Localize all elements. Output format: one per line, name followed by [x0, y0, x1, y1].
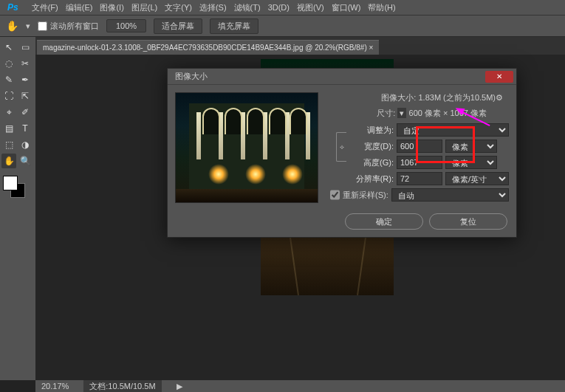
crop-tool[interactable]: ✂	[18, 56, 32, 71]
menu-file[interactable]: 文件(F)	[29, 1, 61, 15]
close-icon[interactable]: ✕	[485, 71, 513, 83]
move-tool[interactable]: ↖	[1, 40, 16, 55]
dodge-tool[interactable]: ◑	[18, 137, 32, 152]
status-bar: 20.17% 文档:10.5M/10.5M ▶	[35, 380, 565, 392]
gear-icon[interactable]: ⚙	[496, 93, 503, 102]
reset-button[interactable]: 复位	[429, 213, 507, 230]
status-doc-size[interactable]: 文档:10.5M/10.5M	[83, 380, 161, 393]
menu-window[interactable]: 窗口(W)	[329, 1, 364, 15]
menu-layer[interactable]: 图层(L)	[129, 1, 160, 15]
hand-tool[interactable]: ✋	[1, 154, 16, 168]
marquee-tool[interactable]: ▭	[18, 40, 32, 55]
menu-view[interactable]: 视图(V)	[294, 1, 327, 15]
image-size-value: 1.83M (之前为10.5M)	[418, 93, 496, 102]
menu-filter[interactable]: 滤镜(T)	[231, 1, 264, 15]
adjust-to-select[interactable]: 自定	[397, 123, 509, 137]
dialog-title: 图像大小	[175, 71, 208, 82]
menu-type[interactable]: 文字(Y)	[162, 1, 195, 15]
lasso-tool[interactable]: ◌	[1, 56, 16, 71]
zoom-tool[interactable]: 🔍	[18, 154, 32, 168]
menu-select[interactable]: 选择(S)	[196, 1, 230, 15]
menu-image[interactable]: 图像(I)	[97, 1, 126, 15]
width-input[interactable]	[397, 140, 442, 153]
resolution-label: 分辨率(R):	[326, 173, 394, 185]
brush-tool[interactable]: ✒	[18, 72, 32, 87]
dropdown-icon[interactable]: ▾	[26, 21, 30, 31]
foreground-swatch[interactable]	[3, 176, 18, 190]
pencil-tool[interactable]: ✐	[18, 105, 32, 120]
document-tabs: magazine-unlock-01-2.3.1008-_0BF29A4EC79…	[0, 37, 565, 55]
height-input[interactable]	[397, 156, 442, 169]
document-tab[interactable]: magazine-unlock-01-2.3.1008-_0BF29A4EC79…	[37, 40, 379, 55]
resample-checkbox[interactable]	[330, 188, 340, 202]
link-icon[interactable]: ⟡	[336, 132, 346, 162]
preview-thumbnail	[175, 92, 318, 203]
scroll-all-input[interactable]	[38, 21, 47, 31]
zoom-100-button[interactable]: 100%	[106, 19, 146, 32]
resample-select[interactable]: 自动	[391, 188, 509, 202]
healing-tool[interactable]: ⌖	[1, 105, 16, 120]
clone-tool[interactable]: ⇱	[18, 89, 32, 103]
dimensions-value: 600 像素 × 1067 像素	[409, 109, 487, 117]
resample-label: 重新采样(S):	[343, 190, 388, 201]
dialog-titlebar[interactable]: 图像大小 ✕	[168, 69, 516, 85]
dialog-form: 图像大小: 1.83M (之前为10.5M)⚙ 尺寸: ▾ 600 像素 × 1…	[326, 92, 509, 202]
scroll-all-label: 滚动所有窗口	[50, 21, 99, 32]
menu-edit[interactable]: 编辑(E)	[63, 1, 96, 15]
image-size-label: 图像大小:	[381, 93, 416, 102]
dimensions-label: 尺寸:	[377, 109, 395, 117]
menu-bar: Ps 文件(F) 编辑(E) 图像(I) 图层(L) 文字(Y) 选择(S) 滤…	[0, 0, 565, 15]
resolution-input[interactable]	[397, 172, 442, 185]
type-tool[interactable]: T	[18, 121, 32, 136]
height-unit-select[interactable]: 像素	[445, 156, 497, 169]
status-arrow-icon[interactable]: ▶	[177, 382, 182, 391]
status-zoom[interactable]: 20.17%	[41, 382, 69, 391]
hand-tool-icon[interactable]: ✋	[6, 20, 18, 32]
color-swatches[interactable]	[1, 174, 31, 201]
resolution-unit-select[interactable]: 像素/英寸	[445, 172, 509, 185]
menu-3d[interactable]: 3D(D)	[265, 1, 292, 13]
app-logo: Ps	[4, 1, 21, 14]
gradient-tool[interactable]: ▤	[1, 121, 16, 136]
tool-panel: ↖ ▭ ◌ ✂ ✎ ✒ ⛶ ⇱ ⌖ ✐ ▤ T ⬚ ◑ ✋ 🔍	[0, 37, 35, 380]
options-bar: ✋ ▾ 滚动所有窗口 100% 适合屏幕 填充屏幕	[0, 15, 565, 37]
fit-screen-button[interactable]: 适合屏幕	[154, 18, 202, 34]
scroll-all-checkbox[interactable]: 滚动所有窗口	[38, 21, 99, 32]
fill-screen-button[interactable]: 填充屏幕	[210, 18, 258, 34]
shape-tool[interactable]: ⬚	[1, 137, 16, 152]
menu-help[interactable]: 帮助(H)	[365, 1, 398, 15]
eyedropper-tool[interactable]: ✎	[1, 72, 16, 87]
width-unit-select[interactable]: 像素	[445, 140, 497, 153]
frame-tool[interactable]: ⛶	[1, 89, 16, 103]
ok-button[interactable]: 确定	[345, 213, 423, 230]
